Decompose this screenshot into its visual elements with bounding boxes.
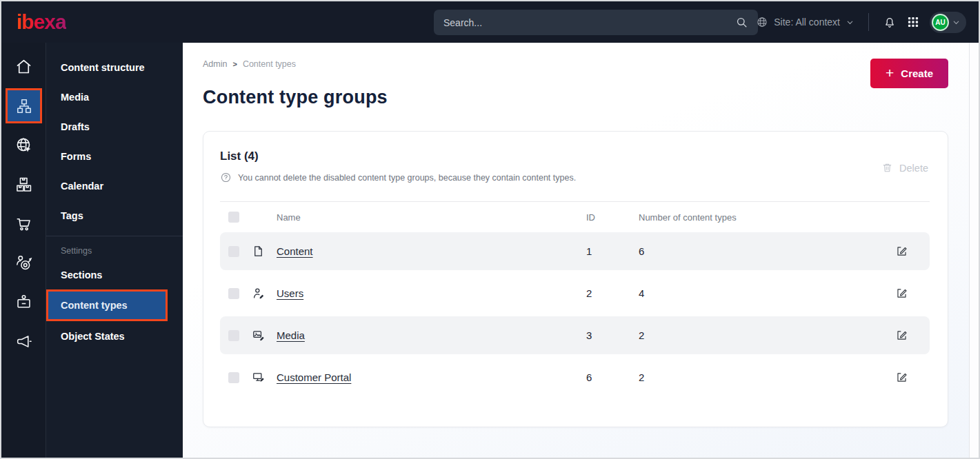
globe-icon: [756, 16, 768, 28]
sidebar-menu: Content structure Media Drafts Forms Cal…: [46, 43, 183, 458]
create-button-label: Create: [901, 68, 933, 79]
sidebar-item-tags[interactable]: Tags: [46, 201, 183, 230]
group-link[interactable]: Customer Portal: [277, 371, 351, 383]
group-link[interactable]: Content: [277, 245, 313, 257]
group-id: 3: [586, 329, 639, 341]
group-link[interactable]: Users: [277, 287, 303, 299]
rail-item-admin[interactable]: [1, 283, 46, 322]
top-bar: ibexa Site: All context AU: [1, 1, 979, 43]
breadcrumb: Admin > Content types: [203, 59, 948, 69]
row-checkbox[interactable]: [228, 246, 239, 257]
sidebar-item-calendar[interactable]: Calendar: [46, 171, 183, 201]
file-icon: [252, 245, 265, 258]
list-info: You cannot delete the disabled content t…: [220, 172, 930, 183]
global-search[interactable]: [434, 10, 758, 35]
create-button[interactable]: + Create: [870, 59, 948, 88]
group-link[interactable]: Media: [277, 329, 305, 341]
column-header-name: Name: [277, 212, 586, 223]
site-context-selector[interactable]: Site: All context: [756, 16, 854, 28]
content-structure-icon: [15, 97, 33, 115]
topbar-divider: [868, 13, 869, 31]
group-count: 2: [639, 371, 895, 383]
sidebar-item-media[interactable]: Media: [46, 82, 183, 112]
rail-item-commerce[interactable]: [1, 204, 46, 243]
group-id: 1: [586, 245, 639, 257]
sidebar-item-forms[interactable]: Forms: [46, 141, 183, 171]
chevron-down-icon: [952, 18, 961, 27]
edit-icon: [895, 245, 908, 258]
group-count: 6: [639, 245, 895, 257]
delete-button-label: Delete: [899, 163, 928, 174]
column-header-count: Number of content types: [639, 212, 895, 223]
home-icon: [14, 57, 33, 76]
list-info-text: You cannot delete the disabled content t…: [238, 173, 576, 183]
site-context-label: Site: All context: [774, 17, 840, 28]
column-header-id: ID: [586, 212, 639, 223]
trash-icon: [881, 162, 893, 174]
list-title: List (4): [220, 150, 930, 163]
breadcrumb-current: Content types: [243, 59, 296, 69]
table-row: Users 2 4: [220, 274, 930, 312]
notifications-bell-icon[interactable]: [883, 15, 897, 29]
sidebar-item-sections[interactable]: Sections: [46, 260, 183, 289]
group-id: 6: [586, 371, 639, 383]
search-input[interactable]: [443, 17, 735, 28]
edit-button[interactable]: [895, 243, 912, 260]
plus-icon: +: [886, 65, 894, 80]
select-all-checkbox[interactable]: [228, 212, 239, 223]
monitor-icon: [252, 371, 265, 384]
edit-button[interactable]: [895, 285, 912, 302]
user-icon: [252, 287, 265, 300]
avatar: AU: [932, 14, 949, 31]
row-checkbox[interactable]: [228, 288, 239, 299]
sidebar-item-drafts[interactable]: Drafts: [46, 112, 183, 141]
edit-button[interactable]: [895, 369, 912, 386]
personalization-target-icon: [14, 254, 33, 272]
rail-item-site[interactable]: [1, 125, 46, 165]
sidebar-item-object-states[interactable]: Object States: [46, 321, 183, 351]
app-window: ibexa Site: All context AU: [0, 0, 980, 459]
site-globe-cursor-icon: [14, 136, 33, 154]
rail-item-content-structure[interactable]: [1, 86, 46, 125]
scrollbar-track[interactable]: [969, 43, 979, 458]
group-count: 4: [639, 287, 895, 299]
sidebar-divider: [46, 236, 183, 236]
rail-item-personalization[interactable]: [1, 243, 46, 283]
shopping-cart-icon: [14, 214, 33, 233]
breadcrumb-admin[interactable]: Admin: [203, 59, 227, 69]
product-catalog-icon: [14, 175, 33, 194]
id-badge-icon: [14, 293, 33, 312]
row-checkbox[interactable]: [228, 330, 239, 341]
app-grid-icon[interactable]: [906, 15, 920, 29]
search-icon: [735, 16, 748, 29]
icon-rail: [1, 43, 46, 458]
rail-item-home[interactable]: [1, 47, 46, 86]
page-title: Content type groups: [203, 87, 948, 108]
topbar-actions: Site: All context AU: [756, 1, 966, 43]
content-type-groups-card: List (4) You cannot delete the disabled …: [203, 131, 948, 427]
question-circle-icon: [220, 172, 232, 183]
content-structure-highlight: [6, 88, 42, 123]
group-id: 2: [586, 287, 639, 299]
edit-button[interactable]: [895, 327, 912, 344]
edit-icon: [895, 287, 908, 300]
image-icon: [252, 329, 265, 342]
user-menu[interactable]: AU: [930, 12, 966, 33]
row-checkbox[interactable]: [228, 372, 239, 383]
table-row: Media 3 2: [220, 316, 930, 354]
edit-icon: [895, 329, 908, 342]
table-row: Content 1 6: [220, 232, 930, 270]
breadcrumb-separator: >: [232, 60, 237, 68]
ibexa-logo[interactable]: ibexa: [17, 10, 66, 34]
table-header: Name ID Number of content types: [220, 202, 930, 232]
megaphone-icon: [14, 332, 33, 351]
rail-item-marketing[interactable]: [1, 322, 46, 361]
rail-item-product-catalog[interactable]: [1, 165, 46, 204]
chevron-down-icon: [846, 18, 854, 27]
sidebar-item-content-structure[interactable]: Content structure: [46, 52, 183, 82]
sidebar-item-content-types[interactable]: Content types: [46, 289, 168, 321]
main-content: + Create Admin > Content types Content t…: [183, 43, 979, 458]
table-row: Customer Portal 6 2: [220, 358, 930, 396]
delete-button[interactable]: Delete: [881, 162, 928, 174]
group-count: 2: [639, 329, 895, 341]
